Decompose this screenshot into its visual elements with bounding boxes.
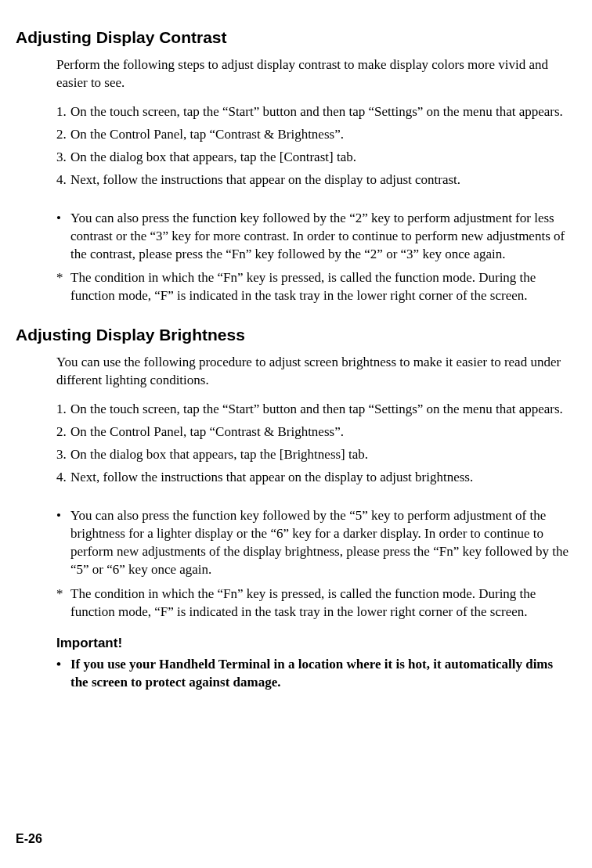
step-number: 2. <box>56 423 67 441</box>
tip-contrast: • You can also press the function key fo… <box>56 210 570 264</box>
tip-text: You can also press the function key foll… <box>70 211 565 261</box>
note-brightness: * The condition in which the “Fn” key is… <box>56 585 570 621</box>
note-text: The condition in which the “Fn” key is p… <box>70 270 536 303</box>
note-contrast: * The condition in which the “Fn” key is… <box>56 269 570 305</box>
list-item: 3.On the dialog box that appears, tap th… <box>56 149 570 167</box>
step-text: On the touch screen, tap the “Start” but… <box>70 402 563 416</box>
step-text: On the dialog box that appears, tap the … <box>70 149 356 164</box>
heading-brightness: Adjusting Display Brightness <box>16 326 576 344</box>
step-number: 3. <box>56 149 67 167</box>
page-number: E-26 <box>16 832 42 846</box>
steps-brightness: 1.On the touch screen, tap the “Start” b… <box>56 401 570 487</box>
list-item: 4.Next, follow the instructions that app… <box>56 469 570 487</box>
step-number: 1. <box>56 401 67 419</box>
step-number: 1. <box>56 103 67 121</box>
list-item: 1.On the touch screen, tap the “Start” b… <box>56 401 570 419</box>
list-item: 2.On the Control Panel, tap “Contrast & … <box>56 126 570 144</box>
tip-brightness: • You can also press the function key fo… <box>56 507 570 579</box>
step-text: Next, follow the instructions that appea… <box>70 470 473 484</box>
list-item: 1.On the touch screen, tap the “Start” b… <box>56 103 570 121</box>
step-number: 4. <box>56 469 67 487</box>
list-item: 4.Next, follow the instructions that app… <box>56 171 570 189</box>
step-text: On the Control Panel, tap “Contrast & Br… <box>70 424 344 439</box>
step-number: 2. <box>56 126 67 144</box>
step-number: 4. <box>56 171 67 189</box>
asterisk-icon: * <box>56 585 63 603</box>
list-item: 3.On the dialog box that appears, tap th… <box>56 446 570 464</box>
step-text: On the touch screen, tap the “Start” but… <box>70 104 563 119</box>
step-text: On the dialog box that appears, tap the … <box>70 447 368 462</box>
heading-contrast: Adjusting Display Contrast <box>16 28 576 47</box>
bullet-icon: • <box>56 507 61 525</box>
important-text: If you use your Handheld Terminal in a l… <box>70 657 553 690</box>
intro-contrast: Perform the following steps to adjust di… <box>56 56 570 92</box>
intro-brightness: You can use the following procedure to a… <box>56 354 570 390</box>
step-number: 3. <box>56 446 67 464</box>
asterisk-icon: * <box>56 269 63 287</box>
important-note: • If you use your Handheld Terminal in a… <box>56 656 570 692</box>
step-text: On the Control Panel, tap “Contrast & Br… <box>70 127 344 142</box>
list-item: 2.On the Control Panel, tap “Contrast & … <box>56 423 570 441</box>
bullet-icon: • <box>56 656 61 674</box>
important-label: Important! <box>56 636 570 651</box>
steps-contrast: 1.On the touch screen, tap the “Start” b… <box>56 103 570 189</box>
tip-text: You can also press the function key foll… <box>70 508 569 577</box>
step-text: Next, follow the instructions that appea… <box>70 172 460 187</box>
note-text: The condition in which the “Fn” key is p… <box>70 586 536 619</box>
bullet-icon: • <box>56 210 61 228</box>
